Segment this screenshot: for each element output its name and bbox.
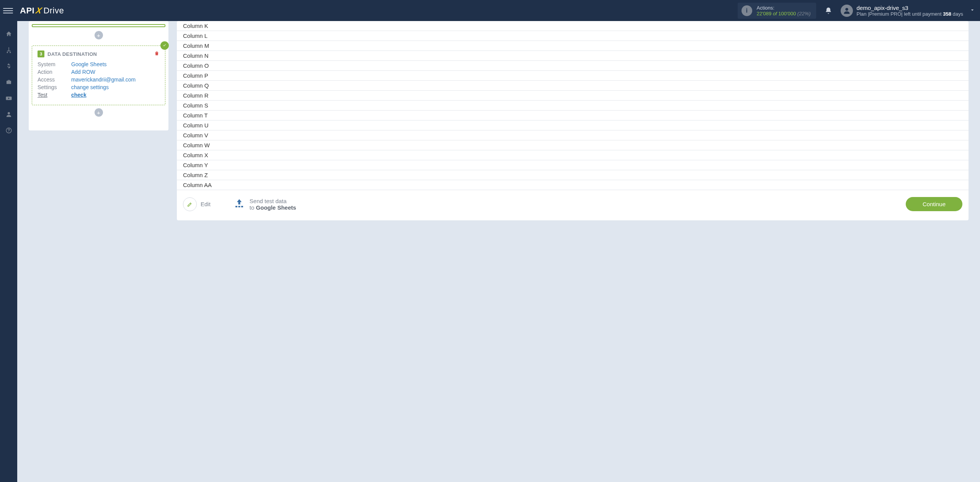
- dest-test-link[interactable]: check: [71, 92, 87, 98]
- svg-point-1: [8, 112, 10, 114]
- add-step-button-after[interactable]: +: [95, 108, 103, 117]
- data-destination-box[interactable]: 3 DATA DESTINATION SystemGoogle Sheets A…: [32, 46, 165, 105]
- user-name: demo_apix-drive_s3: [857, 5, 963, 11]
- logo-api: API: [20, 6, 34, 16]
- hamburger-menu[interactable]: [3, 6, 13, 16]
- sidebar-video-icon[interactable]: [0, 91, 17, 106]
- sidebar: [0, 21, 17, 482]
- app-header: APIXDrive i Actions: 22'089 of 100'000 (…: [0, 0, 980, 21]
- upload-icon: [233, 198, 246, 210]
- actions-total: 100'000: [778, 11, 796, 16]
- column-row[interactable]: Column P: [177, 71, 969, 81]
- send-text-line2: to Google Sheets: [250, 204, 296, 211]
- column-row[interactable]: Column R: [177, 91, 969, 101]
- column-row[interactable]: Column L: [177, 31, 969, 41]
- step-number-badge: 3: [38, 50, 44, 57]
- column-row[interactable]: Column W: [177, 140, 969, 150]
- actions-text: Actions: 22'089 of 100'000 (22%): [757, 5, 811, 16]
- actions-used: 22'089: [757, 11, 772, 16]
- prev-step-box[interactable]: [32, 24, 165, 27]
- chevron-down-icon[interactable]: [969, 7, 975, 14]
- info-icon: i: [742, 5, 752, 16]
- column-row[interactable]: Column Y: [177, 160, 969, 170]
- column-row[interactable]: Column V: [177, 130, 969, 140]
- svg-point-0: [845, 8, 848, 10]
- pencil-icon: [183, 197, 197, 211]
- continue-button[interactable]: Continue: [906, 197, 962, 211]
- column-row[interactable]: Column K: [177, 21, 969, 31]
- left-panel: + 3 DATA DESTINATION SystemGoogle Sheets…: [29, 21, 168, 130]
- column-row[interactable]: Column M: [177, 41, 969, 51]
- edit-button[interactable]: Edit: [183, 197, 211, 211]
- notifications-icon[interactable]: [823, 5, 834, 16]
- column-row[interactable]: Column T: [177, 111, 969, 120]
- actions-badge[interactable]: i Actions: 22'089 of 100'000 (22%): [738, 3, 816, 19]
- logo-drive: Drive: [43, 6, 64, 16]
- header-right: i Actions: 22'089 of 100'000 (22%) demo_…: [738, 3, 975, 19]
- columns-list: Column KColumn LColumn MColumn NColumn O…: [177, 21, 969, 190]
- svg-point-3: [8, 132, 9, 132]
- actions-label: Actions:: [757, 5, 811, 11]
- column-row[interactable]: Column X: [177, 150, 969, 160]
- actions-pct: (22%): [797, 11, 811, 16]
- dest-access-link[interactable]: maverickandrii@gmail.com: [71, 77, 136, 83]
- dest-settings-link[interactable]: change settings: [71, 84, 109, 90]
- sidebar-dollar-icon[interactable]: [0, 59, 17, 74]
- sidebar-user-icon[interactable]: [0, 107, 17, 122]
- check-icon: [160, 41, 169, 50]
- delete-icon[interactable]: [154, 50, 160, 57]
- column-row[interactable]: Column S: [177, 101, 969, 111]
- column-row[interactable]: Column U: [177, 120, 969, 130]
- user-menu[interactable]: demo_apix-drive_s3 Plan |Premium PRO| le…: [841, 5, 975, 17]
- column-row[interactable]: Column N: [177, 51, 969, 61]
- main-panel: Column KColumn LColumn MColumn NColumn O…: [177, 21, 969, 220]
- send-test-data-button[interactable]: Send test data to Google Sheets: [233, 198, 296, 211]
- column-row[interactable]: Column Q: [177, 81, 969, 91]
- dest-system-link[interactable]: Google Sheets: [71, 61, 107, 67]
- logo-x: X: [35, 6, 43, 16]
- user-plan: Plan |Premium PRO| left until payment 35…: [857, 11, 963, 17]
- dest-action-link[interactable]: Add ROW: [71, 69, 95, 75]
- column-row[interactable]: Column O: [177, 61, 969, 71]
- send-text-line1: Send test data: [250, 198, 296, 204]
- add-step-button[interactable]: +: [95, 31, 103, 39]
- sidebar-help-icon[interactable]: [0, 123, 17, 138]
- column-row[interactable]: Column Z: [177, 170, 969, 180]
- column-row[interactable]: Column AA: [177, 180, 969, 190]
- sidebar-briefcase-icon[interactable]: [0, 75, 17, 90]
- destination-title: DATA DESTINATION: [47, 51, 97, 57]
- logo[interactable]: APIXDrive: [20, 6, 64, 16]
- avatar-icon: [841, 5, 853, 17]
- sidebar-sitemap-icon[interactable]: [0, 42, 17, 58]
- sidebar-home-icon[interactable]: [0, 26, 17, 42]
